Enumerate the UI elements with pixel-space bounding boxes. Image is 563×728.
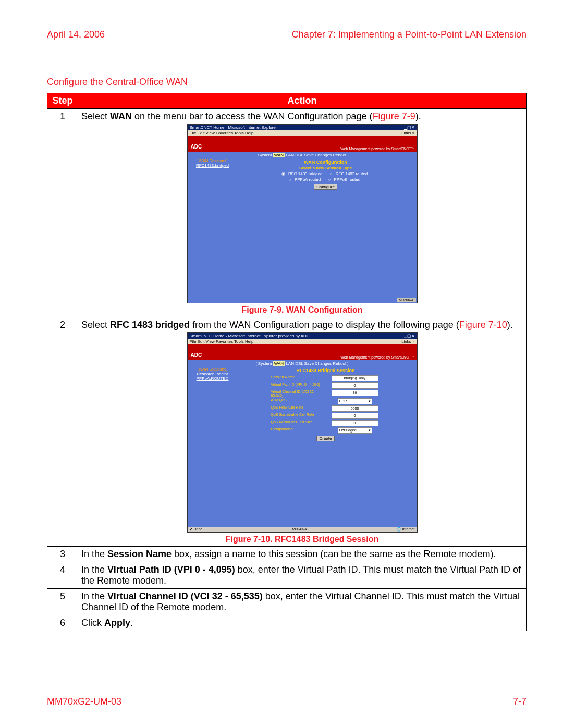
table-row: 6 Click Apply.	[47, 615, 527, 631]
step-number: 1	[47, 109, 78, 317]
bold: Virtual Path ID (VPI 0 - 4,095)	[107, 564, 235, 575]
input-vpi: 0	[332, 382, 378, 389]
radio-pppoe: ○ PPPoE routed	[328, 177, 362, 182]
window-controls-icon: ▁▢✕	[404, 334, 415, 338]
input-peak: 5500	[332, 405, 378, 412]
bold: Apply	[104, 618, 130, 628]
status-zone: 🌐 Internet	[397, 527, 415, 532]
nav-left: [ System	[255, 153, 273, 157]
figure-caption: Figure 7-10. RFC1483 Bridged Session	[81, 535, 523, 544]
section-title: Configure the Central-Office WAN	[47, 77, 527, 88]
table-row: 2 Select RFC 1483 bridged from the WAN C…	[47, 317, 527, 547]
radio-rfc1483-bridged: ◉ RFC 1483 bridged	[282, 171, 325, 176]
window-controls-icon: ▁▢✕	[404, 125, 415, 130]
nav-right: LAN DSL Save Changes Reboot ]	[285, 361, 348, 366]
screenshot-rfc1483-session: SmartCNCT Home - Microsoft Internet Expl…	[187, 332, 418, 533]
input-vci: 36	[332, 390, 378, 396]
links-toolbar: Links »	[401, 131, 414, 135]
label-burst: QoS Maximum Burst Size	[271, 420, 328, 426]
bold: RFC 1483 bridged	[110, 319, 190, 330]
menubar: File Edit View Favorites Tools Help	[190, 131, 254, 135]
sidebar-link-pppoa: PPPoA.ROUTED	[197, 376, 229, 381]
sidebar-heading: [WAN Sessions]	[188, 158, 235, 163]
label-vci: Virtual Channel ID (VCI 32 - 65,535)	[271, 390, 328, 397]
table-row: 5 In the Virtual Channel ID (VCI 32 - 65…	[47, 589, 527, 615]
bold: WAN	[110, 111, 132, 121]
create-button: Create	[316, 436, 334, 441]
col-header-action: Action	[78, 93, 527, 109]
text: ).	[507, 319, 513, 330]
nav-tab-wan: WAN	[273, 361, 285, 366]
window-title: SmartCNCT Home - Microsoft Internet Expl…	[190, 125, 277, 130]
powered-by: Web Management powered by SmartCNCT™	[340, 355, 414, 359]
panel-subheading: Select a new Session Type	[235, 166, 417, 170]
configure-button: Configure	[314, 184, 337, 190]
select-encapsulation: LlcBridged▾	[338, 427, 372, 434]
text: In the	[81, 564, 107, 575]
image-id-corner: M0206-A	[397, 298, 415, 302]
step-number: 5	[47, 589, 78, 615]
label-encapsulation: Encapsulation	[271, 427, 328, 434]
nav-right: LAN DSL Save Changes Reboot ]	[285, 153, 348, 157]
window-title: SmartCNCT Home - Microsoft Internet Expl…	[190, 334, 310, 338]
links-toolbar: Links »	[401, 339, 414, 344]
footer-page-number: 7-7	[513, 696, 527, 707]
menubar: File Edit View Favorites Tools Help	[190, 339, 254, 344]
text: box, assign a name to this session (can …	[172, 549, 496, 559]
header-chapter: Chapter 7: Implementing a Point-to-Point…	[292, 29, 527, 40]
label-atm-qos: ATM QoS	[271, 398, 328, 404]
radio-pppoa: ○ PPPoA routed	[289, 177, 323, 182]
step-number: 6	[47, 615, 78, 631]
sidebar-heading: [WAN Sessions]	[188, 367, 235, 372]
panel-heading: WAN Configuration	[235, 159, 417, 165]
bold: Session Name	[107, 549, 172, 559]
figure-ref: Figure 7-10	[459, 319, 507, 330]
text: Select	[81, 319, 110, 330]
panel-heading: RFC1483 Bridged Session	[235, 368, 417, 373]
step-number: 3	[47, 547, 78, 562]
label-peak: QoS Peak Cell Rate	[271, 405, 328, 412]
sidebar-link-research: Research_sector	[197, 372, 228, 376]
input-burst: 0	[332, 420, 378, 426]
label-sustainable: QoS Sustainable Cell Rate	[271, 413, 328, 419]
table-row: 4 In the Virtual Path ID (VPI 0 - 4,095)…	[47, 562, 527, 589]
footer-doc-id: MM70xG2-UM-03	[47, 696, 121, 707]
adc-logo: ADC	[189, 143, 204, 151]
input-sustainable: 0	[332, 413, 378, 419]
bold: Virtual Channel ID (VCI 32 - 65,535)	[107, 591, 263, 601]
nav-left: [ System	[255, 361, 273, 366]
col-header-step: Step	[47, 93, 78, 109]
status-imageid: M0043-A	[292, 527, 307, 532]
screenshot-wan-config: SmartCNCT Home - Microsoft Internet Expl…	[187, 124, 418, 303]
table-row: 3 In the Session Name box, assign a name…	[47, 547, 527, 562]
adc-logo: ADC	[189, 351, 204, 359]
text: on the menu bar to access the WAN Config…	[132, 111, 373, 121]
text: Click	[81, 618, 104, 628]
figure-ref: Figure 7-9	[373, 111, 415, 121]
label-vpi: Virtual Path ID (VPI: 0 - 4,095)	[271, 382, 328, 389]
figure-caption: Figure 7-9. WAN Configuration	[81, 305, 523, 315]
chevron-down-icon: ▾	[369, 428, 371, 433]
step-number: 2	[47, 317, 78, 547]
text: .	[130, 618, 133, 628]
radio-rfc1483-routed: ○ RFC 1483 routed	[330, 171, 370, 176]
label-session-name: Session Name	[271, 375, 328, 381]
step-action-table: Step Action 1 Select WAN on the menu bar…	[47, 93, 527, 631]
header-date: April 14, 2006	[47, 29, 105, 40]
table-row: 1 Select WAN on the menu bar to access t…	[47, 109, 527, 317]
nav-tab-wan: WAN	[273, 153, 285, 157]
text: In the	[81, 591, 107, 601]
status-done: ✔ Done	[190, 527, 203, 532]
step-number: 4	[47, 562, 78, 589]
input-session-name: bridging_only	[332, 375, 378, 381]
select-atm-qos: UBR▾	[338, 398, 372, 404]
powered-by: Web Management powered by SmartCNCT™	[340, 147, 414, 151]
text: In the	[81, 549, 107, 559]
sidebar-link-rfc1483: RFC1483.bridged	[196, 163, 229, 168]
text: from the WAN Configuration page to displ…	[190, 319, 459, 330]
text: Select	[81, 111, 110, 121]
chevron-down-icon: ▾	[369, 399, 371, 404]
text: ).	[415, 111, 421, 121]
